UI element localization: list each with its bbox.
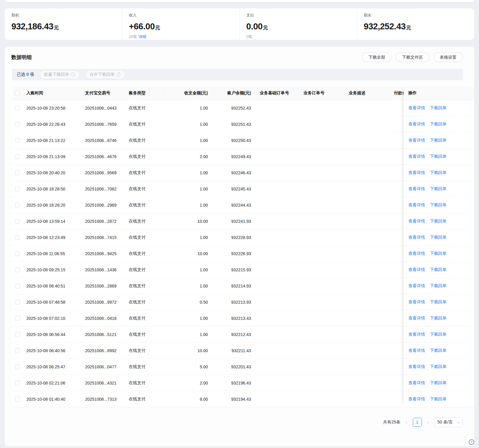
row-checkbox[interactable] — [15, 397, 20, 402]
view-detail-link[interactable]: 查看详情 — [408, 364, 425, 370]
row-checkbox[interactable] — [15, 267, 20, 272]
prev-page-icon[interactable]: ‹ — [404, 420, 408, 425]
view-detail-link[interactable]: 查看详情 — [408, 186, 425, 192]
download-file-zone-button[interactable]: 下载文件区 — [396, 52, 429, 62]
cell-description — [349, 165, 394, 181]
view-detail-link[interactable]: 查看详情 — [408, 105, 425, 111]
download-receipt-link[interactable]: 下载回单 — [430, 283, 447, 289]
download-receipt-link[interactable]: 下载回单 — [430, 138, 447, 143]
cell-txn-id: 20251008...4321 — [85, 375, 129, 391]
view-detail-link[interactable]: 查看详情 — [408, 380, 425, 386]
row-checkbox[interactable] — [15, 122, 20, 127]
view-detail-link[interactable]: 查看详情 — [408, 235, 425, 240]
col-header-account-type: 账务类型 — [129, 86, 165, 100]
view-detail-link[interactable]: 查看详情 — [408, 219, 425, 224]
row-checkbox[interactable] — [15, 348, 20, 353]
cell-amount: 1.00 — [165, 278, 208, 294]
view-detail-link[interactable]: 查看详情 — [408, 122, 425, 127]
view-detail-link[interactable]: 查看详情 — [408, 202, 425, 208]
row-checkbox[interactable] — [15, 106, 20, 111]
download-receipt-link[interactable]: 下载回单 — [430, 202, 447, 208]
cell-biz-order — [303, 246, 349, 261]
view-detail-link[interactable]: 查看详情 — [408, 154, 425, 159]
download-receipt-link[interactable]: 下载回单 — [430, 251, 447, 256]
cell-account-type: 在线支付 — [129, 197, 165, 213]
action-row: 查看详情 下载回单 — [404, 229, 474, 246]
cell-txn-id: 20251008...9569 — [85, 165, 129, 181]
download-receipt-link[interactable]: 下载回单 — [430, 299, 447, 305]
cell-base-order — [260, 181, 303, 197]
row-checkbox-cell — [12, 359, 26, 375]
view-detail-link[interactable]: 查看详情 — [408, 283, 425, 289]
view-detail-link[interactable]: 查看详情 — [408, 267, 425, 273]
next-page-icon[interactable]: › — [426, 420, 430, 425]
download-receipt-link[interactable]: 下载回单 — [430, 122, 447, 127]
selected-count-text: 已选0项 — [17, 72, 34, 77]
view-detail-link[interactable]: 查看详情 — [408, 251, 425, 256]
row-checkbox[interactable] — [15, 364, 20, 369]
cell-amount: 10.00 — [165, 343, 208, 358]
cell-amount: 1.00 — [165, 229, 208, 245]
view-detail-link[interactable]: 查看详情 — [408, 396, 425, 402]
row-checkbox[interactable] — [15, 381, 20, 385]
download-receipt-link[interactable]: 下载回单 — [430, 380, 447, 386]
action-row: 查看详情 下载回单 — [404, 165, 474, 181]
summary-income: 收入 +66.00元 25笔详细 — [122, 8, 239, 40]
summary-sub: 25笔详细 — [129, 34, 239, 40]
download-all-button[interactable]: 下载全部 — [362, 52, 392, 62]
row-checkbox[interactable] — [15, 138, 20, 143]
view-detail-link[interactable]: 查看详情 — [408, 299, 425, 305]
income-detail-link[interactable]: 详细 — [138, 34, 146, 39]
cell-base-order — [260, 229, 303, 245]
cell-balance: 932214.93 — [208, 278, 260, 294]
fixed-action-body: 查看详情 下载回单 查看详情 下载回单 查看详情 下载回单 查看详情 下载回单 … — [404, 100, 474, 407]
download-receipt-link[interactable]: 下载回单 — [430, 186, 447, 192]
download-receipt-link[interactable]: 下载回单 — [430, 154, 447, 159]
row-checkbox[interactable] — [15, 300, 20, 305]
view-detail-link[interactable]: 查看详情 — [408, 348, 425, 353]
download-receipt-link[interactable]: 下载回单 — [430, 235, 447, 240]
row-checkbox[interactable] — [15, 235, 20, 240]
action-row: 查看详情 下载回单 — [404, 197, 474, 213]
download-receipt-link[interactable]: 下载回单 — [430, 105, 447, 111]
cell-biz-order — [303, 116, 349, 132]
row-checkbox[interactable] — [15, 316, 20, 321]
view-detail-link[interactable]: 查看详情 — [408, 138, 425, 143]
view-detail-link[interactable]: 查看详情 — [408, 170, 425, 175]
row-checkbox[interactable] — [15, 187, 20, 191]
cell-txn-id: 20251008...2869 — [85, 278, 129, 294]
summary-label: 收入 — [129, 13, 239, 18]
download-receipt-link[interactable]: 下载回单 — [430, 219, 447, 224]
download-receipt-link[interactable]: 下载回单 — [430, 332, 447, 337]
cell-account-type: 在线支付 — [129, 100, 165, 116]
download-receipt-link[interactable]: 下载回单 — [430, 316, 447, 321]
row-checkbox[interactable] — [15, 203, 20, 208]
col-header-time[interactable]: 入账时间 — [26, 86, 85, 100]
current-page-button[interactable]: 1 — [413, 418, 422, 427]
view-detail-link[interactable]: 查看详情 — [408, 332, 425, 337]
info-icon: i — [117, 72, 121, 77]
download-receipt-link[interactable]: 下载回单 — [430, 396, 447, 402]
merge-download-receipt-button[interactable]: 合并下载回单i — [85, 70, 125, 79]
page-size-select[interactable]: 50 条/页∨ — [434, 417, 463, 427]
batch-download-receipt-button[interactable]: 批量下载回单i — [40, 70, 80, 79]
row-checkbox[interactable] — [15, 251, 20, 256]
summary-closing: 期末 932,252.43元 — [357, 8, 474, 40]
cell-time: 2025-10-08 21:13:09 — [26, 149, 85, 164]
download-receipt-link[interactable]: 下载回单 — [430, 364, 447, 370]
cell-txn-id: 20251008...0443 — [85, 100, 129, 116]
row-checkbox[interactable] — [15, 219, 20, 224]
download-receipt-link[interactable]: 下载回单 — [430, 267, 447, 273]
table-settings-button[interactable]: 表格设置 — [433, 52, 463, 62]
cell-account-type: 在线支付 — [129, 326, 165, 342]
row-checkbox[interactable] — [15, 332, 20, 337]
row-checkbox[interactable] — [15, 170, 20, 175]
view-detail-link[interactable]: 查看详情 — [408, 316, 425, 321]
row-checkbox[interactable] — [15, 154, 20, 159]
select-all-checkbox[interactable] — [15, 91, 20, 96]
row-checkbox[interactable] — [15, 284, 20, 288]
download-receipt-link[interactable]: 下载回单 — [430, 348, 447, 353]
question-circle-icon[interactable]: ? — [469, 439, 474, 445]
cell-time: 2025-10-08 11:06:55 — [26, 246, 85, 261]
download-receipt-link[interactable]: 下载回单 — [430, 170, 447, 175]
